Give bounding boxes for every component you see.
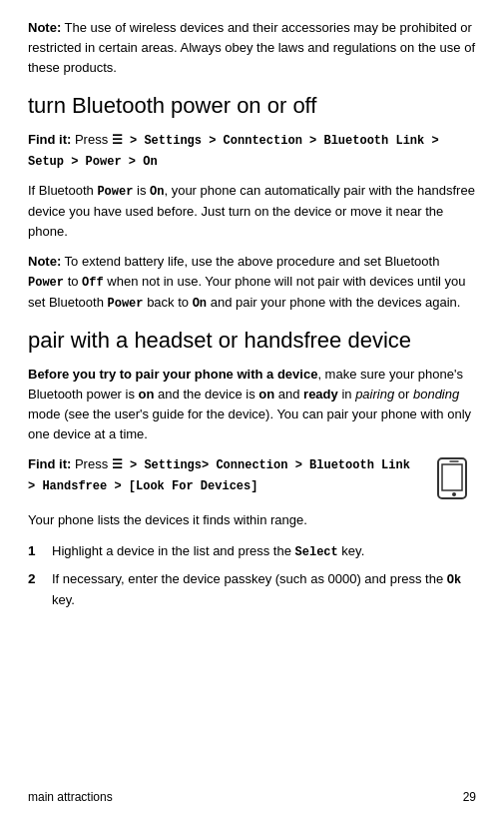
s2-text4: in (338, 387, 355, 402)
section1-para1: If Bluetooth Power is On, your phone can… (28, 181, 476, 242)
note2-mid3: back to (144, 295, 193, 310)
s2-bold2: on (139, 387, 155, 402)
note-1: Note: The use of wireless devices and th… (28, 18, 476, 78)
section2-para2: Your phone lists the devices it finds wi… (28, 510, 476, 530)
s2-text6: mode (see the user's guide for the devic… (28, 407, 471, 441)
item-1-text-before: Highlight a device in the list and press… (52, 543, 295, 558)
find-it-2-label: Find it: (28, 456, 71, 471)
s2-bold1: Before you try to pair your phone with a… (28, 367, 317, 382)
para1-text1: If Bluetooth (28, 183, 97, 198)
item-1-end: key. (338, 543, 365, 558)
note-2-text: To extend battery life, use the above pr… (61, 254, 439, 269)
find-it-2-row: Find it: Press ☰ > Settings> Connection … (28, 454, 476, 500)
note2-mono4: On (193, 297, 207, 311)
section2-para1: Before you try to pair your phone with a… (28, 365, 476, 445)
s2-bold3: on (258, 387, 274, 402)
para1-mid: is (133, 183, 150, 198)
note-1-text: The use of wireless devices and their ac… (28, 20, 475, 75)
phone-icon (432, 456, 476, 500)
numbered-list: 1 Highlight a device in the list and pre… (28, 541, 476, 611)
menu-icon-1: ☰ (112, 134, 123, 148)
section2: pair with a headset or handsfree device … (28, 327, 476, 610)
item-2-text-before: If necessary, enter the device passkey (… (52, 571, 447, 586)
note2-mid1: to (64, 274, 82, 289)
footer-page: 29 (463, 790, 476, 804)
s2-italic1: pairing (355, 387, 394, 402)
find-it-1: Find it: Press ☰ > Settings > Conntectio… (28, 130, 476, 171)
item-2-num: 2 (28, 569, 52, 590)
note2-mono1: Power (28, 276, 64, 290)
footer: main attractions 29 (0, 790, 504, 804)
svg-point-2 (452, 492, 456, 496)
find-it-2-press: Press (75, 456, 112, 471)
find-it-1-label: Find it: (28, 132, 71, 147)
s2-text3: and (274, 387, 303, 402)
item-2-mono: Ok (447, 573, 461, 587)
note-2-label: Note: (28, 254, 61, 269)
list-item: 1 Highlight a device in the list and pre… (28, 541, 476, 562)
item-2-end: key. (52, 592, 75, 607)
item-2-text: If necessary, enter the device passkey (… (52, 569, 476, 610)
menu-icon-2: ☰ (112, 458, 123, 472)
item-1-num: 1 (28, 541, 52, 562)
list-item: 2 If necessary, enter the device passkey… (28, 569, 476, 610)
para1-mono2: On (150, 185, 164, 199)
svg-rect-1 (442, 464, 462, 490)
find-it-2: Find it: Press ☰ > Settings> Connection … (28, 454, 420, 495)
s2-text5: or (394, 387, 413, 402)
note-2: Note: To extend battery life, use the ab… (28, 252, 476, 313)
section2-heading: pair with a headset or handsfree device (28, 327, 476, 355)
footer-label: main attractions (28, 790, 113, 804)
note2-mono2: Off (82, 276, 104, 290)
item-1-text: Highlight a device in the list and press… (52, 541, 476, 562)
note-1-label: Note: (28, 20, 61, 35)
s2-italic2: bonding (413, 387, 459, 402)
s2-text2: and the device is (154, 387, 258, 402)
item-1-mono: Select (295, 545, 338, 559)
find-it-1-press: Press (75, 132, 112, 147)
note2-end: and pair your phone with the devices aga… (207, 295, 460, 310)
s2-bold4: ready (303, 387, 338, 402)
para1-mono1: Power (97, 185, 133, 199)
section1-heading: turn Bluetooth power on or off (28, 92, 476, 120)
note2-mono3: Power (108, 297, 144, 311)
